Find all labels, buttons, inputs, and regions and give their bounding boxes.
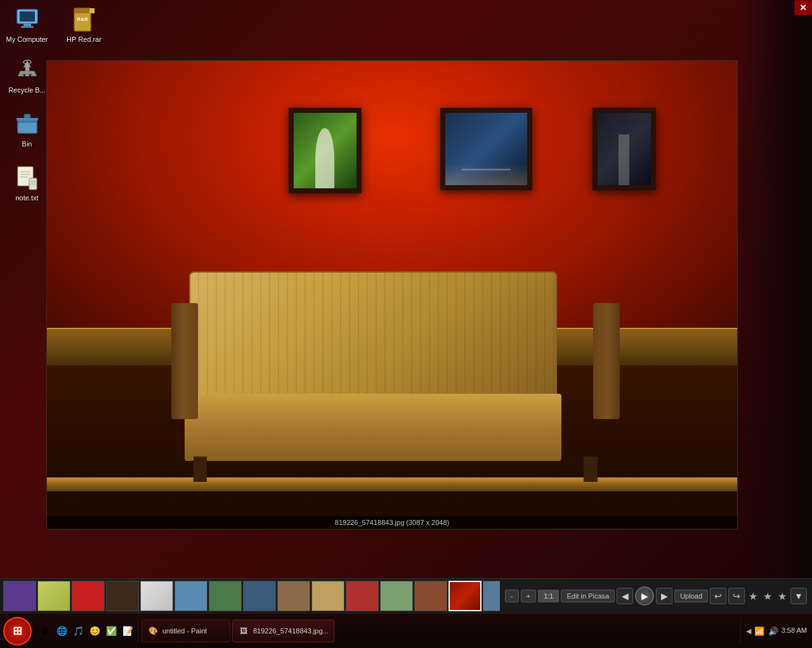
filmstrip-controls: - + 1:1 Edit in Picasa ◀ ▶ ▶ Upload ↩ ↪ … xyxy=(500,586,812,606)
filmstrip-thumb-9[interactable] xyxy=(311,581,344,611)
next-button[interactable]: ▶ xyxy=(656,588,672,604)
svg-rect-3 xyxy=(21,26,34,28)
viewer-filename: 819226_57418843.jpg (3087 x 2048) xyxy=(335,519,449,526)
paint-window-label: untitled - Paint xyxy=(162,627,207,635)
star-3[interactable]: ★ xyxy=(776,590,789,602)
sofa-armrest-right xyxy=(593,303,620,419)
svg-rect-11 xyxy=(24,114,30,118)
ql-notes[interactable]: 📝 xyxy=(121,624,134,638)
taskbar-paint-window[interactable]: 🎨 untitled - Paint xyxy=(141,619,230,642)
ql-ie[interactable]: 🌐 xyxy=(55,624,69,638)
filmstrip-thumb-10[interactable] xyxy=(346,581,379,611)
svg-rect-12 xyxy=(16,118,38,120)
desktop-icon-hprar[interactable]: RAR HP Red.rar xyxy=(60,6,108,44)
recycle-label: Recycle B... xyxy=(8,86,46,94)
hprar-icon: RAR xyxy=(71,6,98,33)
filmstrip-thumb-12[interactable] xyxy=(414,581,447,611)
svg-rect-5 xyxy=(74,8,91,13)
quicklaunch-bar: 🖥 🌐 🎵 😊 ✅ 📝 xyxy=(35,618,138,644)
taskbar: ⊞ 🖥 🌐 🎵 😊 ✅ 📝 🎨 untitled - Paint 🖼 81922… xyxy=(0,613,812,648)
start-button[interactable]: ⊞ xyxy=(3,617,32,645)
svg-text:RAR: RAR xyxy=(77,16,88,22)
zoom-minus-button[interactable]: - xyxy=(505,590,519,602)
back-history-button[interactable]: ↩ xyxy=(710,588,726,604)
sofa-back xyxy=(189,271,557,398)
start-icon: ⊞ xyxy=(13,624,22,638)
tray-expand-button[interactable]: ◀ xyxy=(746,627,751,635)
note-icon xyxy=(14,165,41,191)
play-button[interactable]: ▶ xyxy=(635,586,654,606)
tray-volume-icon[interactable]: 🔊 xyxy=(768,625,779,637)
picture-frame-2 xyxy=(440,108,532,190)
options-button[interactable]: ▼ xyxy=(790,588,807,604)
filmstrip-thumb-11[interactable] xyxy=(380,581,413,611)
room-background xyxy=(47,61,737,529)
picture-frame-1 xyxy=(289,108,362,193)
filmstrip-thumb-3[interactable] xyxy=(106,581,139,611)
zoom-1to1-button[interactable]: 1:1 xyxy=(538,590,559,602)
picture-frame-3 xyxy=(593,108,656,190)
filmstrip-container xyxy=(0,579,500,613)
ql-antivirus[interactable]: ✅ xyxy=(104,624,118,638)
ql-messenger[interactable]: 😊 xyxy=(88,624,102,638)
svg-rect-7 xyxy=(89,8,95,13)
system-clock: 3:58 AM xyxy=(782,626,807,635)
filmstrip-thumb-1[interactable] xyxy=(37,581,70,611)
svg-rect-1 xyxy=(20,11,35,22)
close-button[interactable]: ✕ xyxy=(794,0,812,15)
bin-icon xyxy=(14,111,41,138)
picasa-window-label: 819226_57418843.jpg... xyxy=(253,627,329,635)
ql-media-player[interactable]: 🎵 xyxy=(71,624,85,638)
desktop-icon-recycle[interactable]: Recycle B... xyxy=(3,57,51,94)
forward-history-button[interactable]: ↪ xyxy=(728,588,745,604)
paint-icon: 🎨 xyxy=(147,625,159,637)
sofa-armrest-left xyxy=(171,303,198,419)
desktop-icon-bin[interactable]: Bin xyxy=(3,111,51,148)
bin-label: Bin xyxy=(22,140,32,148)
ql-show-desktop[interactable]: 🖥 xyxy=(38,624,52,638)
filmstrip-thumb-0[interactable] xyxy=(3,581,36,611)
desktop-icon-note[interactable]: note.txt xyxy=(3,165,51,202)
tray-network-icon[interactable]: 📶 xyxy=(754,625,765,637)
edit-in-picasa-button[interactable]: Edit in Picasa xyxy=(561,590,615,602)
star-1[interactable]: ★ xyxy=(747,590,759,602)
filmstrip-bar: - + 1:1 Edit in Picasa ◀ ▶ ▶ Upload ↩ ↪ … xyxy=(0,578,812,613)
mycomputer-label: My Computer xyxy=(6,36,48,44)
recycle-icon xyxy=(14,57,41,84)
filmstrip-thumb-8[interactable] xyxy=(277,581,310,611)
sofa-leg-right xyxy=(584,457,597,482)
viewer-image-container xyxy=(47,61,737,529)
note-label: note.txt xyxy=(15,194,38,202)
sofa-leg-left xyxy=(193,457,207,482)
mycomputer-icon xyxy=(14,6,41,33)
taskbar-windows-list: 🎨 untitled - Paint 🖼 819226_57418843.jpg… xyxy=(138,619,740,642)
filmstrip-thumb-7[interactable] xyxy=(243,581,276,611)
taskbar-picasa-window[interactable]: 🖼 819226_57418843.jpg... xyxy=(232,619,334,642)
desktop-icon-mycomputer[interactable]: My Computer xyxy=(3,6,51,44)
viewer-status-bar: 819226_57418843.jpg (3087 x 2048) xyxy=(47,516,737,529)
upload-button[interactable]: Upload xyxy=(674,590,708,602)
filmstrip-thumb-6[interactable] xyxy=(209,581,242,611)
picasa-icon: 🖼 xyxy=(238,625,249,637)
desktop: ✕ My Computer RAR HP Red.rar xyxy=(0,0,812,648)
zoom-plus-button[interactable]: + xyxy=(521,590,536,602)
star-2[interactable]: ★ xyxy=(761,590,774,602)
system-tray: ◀ 📶 🔊 3:58 AM xyxy=(740,618,812,644)
sofa xyxy=(171,271,620,482)
filmstrip-thumb-4[interactable] xyxy=(140,581,173,611)
sofa-seat xyxy=(185,394,561,461)
svg-rect-2 xyxy=(23,23,31,26)
filmstrip-thumb-13[interactable] xyxy=(449,581,481,611)
filmstrip-thumb-5[interactable] xyxy=(174,581,207,611)
hprar-label: HP Red.rar xyxy=(67,36,102,44)
desktop-decoration xyxy=(739,0,812,609)
image-viewer: 819226_57418843.jpg (3087 x 2048) xyxy=(46,60,738,529)
filmstrip-thumb-2[interactable] xyxy=(72,581,105,611)
filmstrip-thumb-14[interactable] xyxy=(483,581,500,611)
prev-button[interactable]: ◀ xyxy=(617,588,633,604)
